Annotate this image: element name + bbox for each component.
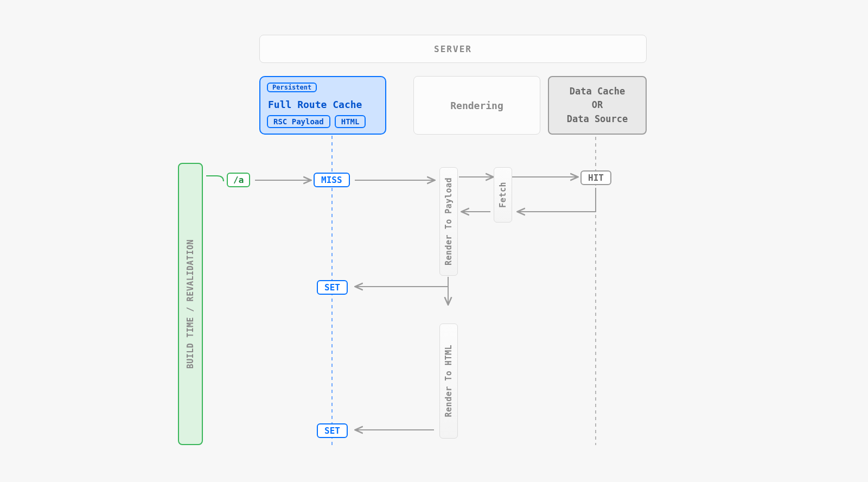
server-header-label: SERVER: [434, 44, 472, 54]
set-pill-2: SET: [317, 423, 348, 438]
miss-pill: MISS: [314, 173, 350, 187]
rsc-payload-chip: RSC Payload: [267, 115, 330, 128]
full-route-cache-title: Full Route Cache: [268, 99, 362, 110]
rendering-box: Rendering: [413, 76, 540, 135]
data-cache-line1: Data Cache: [567, 85, 628, 99]
hit-label: HIT: [588, 173, 604, 183]
fetch-box: Fetch: [494, 167, 512, 223]
render-html-box: Render To HTML: [439, 324, 458, 439]
set-pill-1: SET: [317, 280, 348, 295]
server-header: SERVER: [259, 35, 647, 63]
route-label: /a: [233, 175, 244, 185]
render-html-label: Render To HTML: [444, 345, 454, 417]
miss-label: MISS: [321, 175, 342, 185]
data-cache-box: Data Cache OR Data Source: [548, 76, 647, 135]
diagram-connectors: [0, 0, 868, 482]
render-payload-box: Render To Payload: [439, 167, 458, 276]
html-chip: HTML: [335, 115, 366, 128]
render-payload-label: Render To Payload: [444, 177, 454, 265]
rendering-label: Rendering: [450, 100, 503, 111]
timeline-label: BUILD TIME / REVALIDATION: [186, 239, 195, 369]
timeline-bar: BUILD TIME / REVALIDATION: [178, 163, 203, 445]
full-route-cache-box: Persistent Full Route Cache RSC Payload …: [259, 76, 386, 135]
route-chip: /a: [227, 173, 250, 187]
hit-pill: HIT: [580, 170, 611, 185]
fetch-label: Fetch: [498, 182, 508, 208]
data-cache-line3: Data Source: [567, 112, 628, 126]
set-label-2: SET: [324, 426, 340, 436]
set-label-1: SET: [324, 282, 340, 293]
persistent-badge: Persistent: [267, 83, 317, 92]
data-cache-line2: OR: [567, 98, 628, 112]
